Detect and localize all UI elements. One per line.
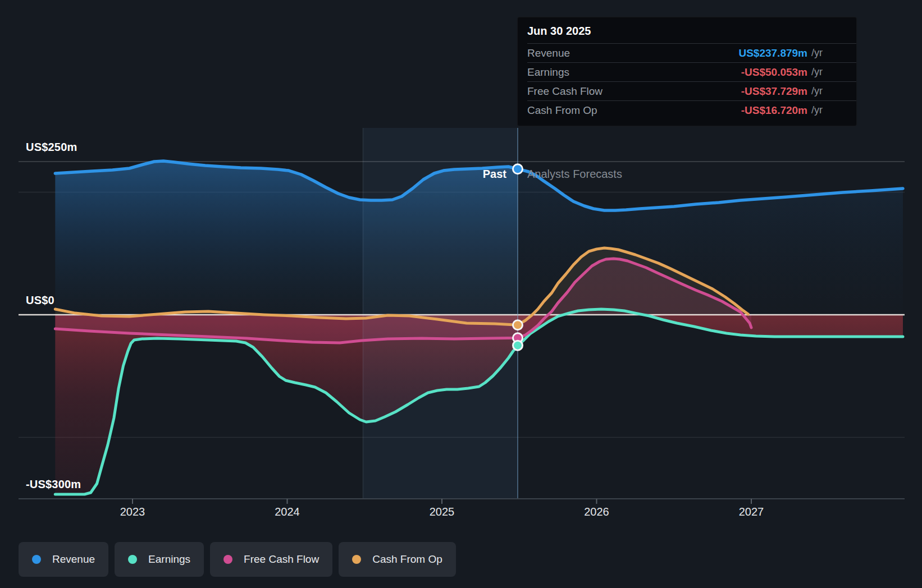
chart-legend: Revenue Earnings Free Cash Flow Cash Fro… bbox=[19, 542, 456, 577]
legend-label: Revenue bbox=[52, 553, 95, 566]
legend-item-cash-from-op[interactable]: Cash From Op bbox=[339, 542, 456, 577]
earnings-divider-marker bbox=[513, 341, 522, 350]
legend-label: Free Cash Flow bbox=[244, 553, 319, 566]
last-12-months-highlight-band bbox=[363, 128, 518, 499]
legend-label: Cash From Op bbox=[372, 553, 442, 566]
chart-plot-area[interactable] bbox=[0, 0, 922, 588]
x-axis-ticks bbox=[133, 499, 751, 504]
earnings-dot-icon bbox=[128, 555, 137, 564]
free-cash-flow-dot-icon bbox=[223, 555, 232, 564]
revenue-dot-icon bbox=[32, 555, 41, 564]
legend-item-revenue[interactable]: Revenue bbox=[19, 542, 108, 577]
cash-from-op-dot-icon bbox=[352, 555, 361, 564]
legend-item-free-cash-flow[interactable]: Free Cash Flow bbox=[210, 542, 332, 577]
legend-label: Earnings bbox=[148, 553, 190, 566]
legend-item-earnings[interactable]: Earnings bbox=[115, 542, 204, 577]
cashop-divider-marker bbox=[513, 320, 522, 330]
x-axis bbox=[19, 499, 905, 504]
earnings-revenue-growth-chart: US$250mUS$0-US$300m 20232024202520262027… bbox=[0, 0, 922, 588]
revenue-divider-marker bbox=[513, 164, 522, 174]
